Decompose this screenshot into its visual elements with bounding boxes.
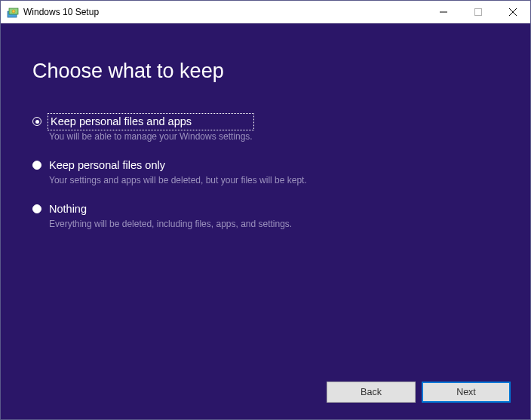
window-controls (426, 1, 530, 23)
radio-icon[interactable] (32, 204, 41, 213)
option-description: Your settings and apps will be deleted, … (49, 175, 307, 185)
option-keep-files-only[interactable]: Keep personal files only Your settings a… (32, 158, 499, 185)
app-icon (7, 6, 19, 18)
option-texts: Nothing Everything will be deleted, incl… (49, 202, 292, 229)
next-button[interactable]: Next (422, 382, 511, 403)
option-label: Nothing (49, 202, 292, 216)
maximize-button (461, 1, 496, 23)
svg-rect-4 (475, 8, 482, 15)
option-texts: Keep personal files and apps You will be… (49, 115, 253, 142)
page-heading: Choose what to keep (32, 60, 499, 83)
option-texts: Keep personal files only Your settings a… (49, 158, 307, 185)
window-title: Windows 10 Setup (23, 7, 426, 17)
button-bar: Back Next (327, 382, 511, 403)
content-area: Choose what to keep Keep personal files … (1, 23, 530, 419)
titlebar: Windows 10 Setup (1, 1, 530, 23)
close-button[interactable] (496, 1, 530, 23)
options-group: Keep personal files and apps You will be… (32, 115, 499, 229)
radio-icon[interactable] (32, 161, 41, 170)
option-label: Keep personal files only (49, 158, 307, 173)
option-label: Keep personal files and apps (49, 115, 253, 129)
radio-icon[interactable] (32, 117, 41, 126)
option-description: You will be able to manage your Windows … (49, 131, 253, 142)
minimize-button[interactable] (426, 1, 461, 23)
option-description: Everything will be deleted, including fi… (49, 219, 292, 229)
option-nothing[interactable]: Nothing Everything will be deleted, incl… (32, 202, 499, 229)
svg-point-2 (12, 10, 15, 13)
back-button[interactable]: Back (327, 382, 416, 403)
option-keep-files-and-apps[interactable]: Keep personal files and apps You will be… (32, 115, 499, 142)
